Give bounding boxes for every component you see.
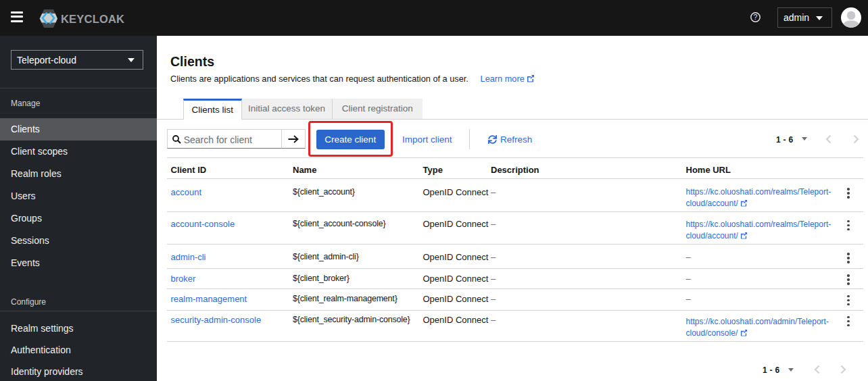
svg-text:?: ? <box>754 13 758 21</box>
svg-text:KEYCLOAK: KEYCLOAK <box>61 13 124 25</box>
